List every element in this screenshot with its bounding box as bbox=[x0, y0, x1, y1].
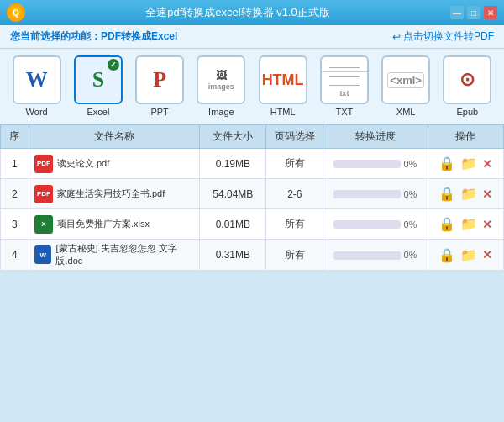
txt-lines1: ———— bbox=[322, 63, 367, 72]
epub-icon: ⊙ bbox=[459, 69, 475, 91]
html-text: HTML bbox=[262, 71, 304, 89]
filename-cell-inner: W[蒙古秘史].失吉忽忽怎忽.文字版.doc bbox=[34, 242, 194, 267]
progress-text: 0% bbox=[403, 219, 417, 229]
cell-size: 0.01MB bbox=[200, 209, 266, 240]
table-row: 4W[蒙古秘史].失吉忽忽怎忽.文字版.doc0.31MB所有0% 🔒 📁 ✕ bbox=[1, 240, 504, 271]
format-image[interactable]: 🖼 images Image bbox=[193, 55, 249, 117]
txt-lines2: ———— bbox=[322, 72, 367, 81]
minimize-button[interactable]: — bbox=[450, 6, 464, 19]
format-bar: W Word S ✓ Excel P PPT 🖼 images Image HT… bbox=[0, 49, 504, 124]
file-action-remove[interactable]: ✕ bbox=[482, 218, 492, 231]
active-checkmark: ✓ bbox=[108, 59, 119, 71]
subheader: 您当前选择的功能：PDF转换成Excel ↩ 点击切换文件转PDF bbox=[0, 25, 504, 49]
progress-text: 0% bbox=[403, 189, 417, 199]
action-buttons: 🔒 📁 ✕ bbox=[433, 247, 498, 263]
txt-lines3: ———— bbox=[322, 81, 367, 89]
excel-letter: S bbox=[92, 67, 104, 92]
format-xml-label: XML bbox=[396, 107, 416, 117]
ppt-letter: P bbox=[153, 67, 166, 92]
file-table-wrapper: 序 文件名称 文件大小 页码选择 转换进度 操作 1PDF读史论文.pdf0.1… bbox=[0, 124, 504, 422]
format-html-label: HTML bbox=[270, 107, 296, 117]
titlebar: Q 全速pdf转换成excel转换器 v1.0正式版 — □ ✕ bbox=[0, 0, 504, 25]
switch-link[interactable]: ↩ 点击切换文件转PDF bbox=[392, 29, 494, 44]
col-filename: 文件名称 bbox=[29, 125, 199, 149]
col-seq: 序 bbox=[1, 125, 29, 149]
app-title: 全速pdf转换成excel转换器 v1.0正式版 bbox=[25, 5, 450, 20]
filename-text: 读史论文.pdf bbox=[57, 157, 109, 170]
filename-text: [蒙古秘史].失吉忽忽怎忽.文字版.doc bbox=[55, 242, 194, 267]
format-epub[interactable]: ⊙ Epub bbox=[439, 55, 496, 117]
main-content: 序 文件名称 文件大小 页码选择 转换进度 操作 1PDF读史论文.pdf0.1… bbox=[0, 124, 504, 422]
table-row: 3X项目免费推广方案.xlsx0.01MB所有0% 🔒 📁 ✕ bbox=[1, 209, 504, 240]
file-action-folder[interactable]: 📁 bbox=[460, 186, 477, 202]
cell-size: 54.04MB bbox=[200, 179, 266, 209]
switch-link-text: 点击切换文件转PDF bbox=[403, 29, 494, 44]
file-type-icon: PDF bbox=[34, 155, 53, 173]
progress-text: 0% bbox=[403, 159, 417, 169]
col-pages: 页码选择 bbox=[266, 125, 323, 149]
format-excel-label: Excel bbox=[87, 107, 109, 117]
file-table: 序 文件名称 文件大小 页码选择 转换进度 操作 1PDF读史论文.pdf0.1… bbox=[0, 124, 504, 271]
table-header-row: 序 文件名称 文件大小 页码选择 转换进度 操作 bbox=[1, 125, 504, 149]
cell-progress: 0% bbox=[323, 179, 428, 209]
file-action-folder[interactable]: 📁 bbox=[460, 247, 477, 263]
file-type-icon: W bbox=[34, 245, 52, 264]
cell-progress: 0% bbox=[323, 240, 428, 271]
col-size: 文件大小 bbox=[200, 125, 266, 149]
format-xml[interactable]: <xml> XML bbox=[378, 55, 434, 117]
format-txt-label: TXT bbox=[335, 107, 353, 117]
cell-pages: 2-6 bbox=[266, 179, 323, 209]
progress-bar bbox=[333, 160, 401, 168]
cell-progress: 0% bbox=[323, 149, 428, 179]
file-action-lock[interactable]: 🔒 bbox=[438, 247, 455, 263]
cell-pages: 所有 bbox=[266, 209, 323, 240]
file-action-remove[interactable]: ✕ bbox=[482, 187, 492, 201]
function-prefix: 您当前选择的功能： bbox=[10, 30, 101, 42]
image-subtext: images bbox=[208, 82, 234, 91]
cell-filename: W[蒙古秘史].失吉忽忽怎忽.文字版.doc bbox=[29, 240, 199, 271]
progress-bar bbox=[333, 220, 401, 229]
cell-filename: PDF家庭生活实用技巧全书.pdf bbox=[29, 179, 199, 209]
cell-filename: X项目免费推广方案.xlsx bbox=[29, 209, 199, 240]
cell-actions: 🔒 📁 ✕ bbox=[428, 240, 503, 271]
filename-cell-inner: X项目免费推广方案.xlsx bbox=[34, 215, 194, 234]
file-action-lock[interactable]: 🔒 bbox=[438, 156, 455, 171]
switch-arrow-icon: ↩ bbox=[392, 31, 401, 43]
table-row: 1PDF读史论文.pdf0.19MB所有0% 🔒 📁 ✕ bbox=[1, 149, 504, 179]
progress-bar bbox=[333, 251, 401, 260]
filename-cell-inner: PDF读史论文.pdf bbox=[34, 155, 194, 173]
format-ppt[interactable]: P PPT bbox=[132, 55, 188, 117]
col-actions: 操作 bbox=[428, 125, 503, 149]
file-action-folder[interactable]: 📁 bbox=[460, 156, 477, 171]
cell-size: 0.19MB bbox=[200, 149, 266, 179]
file-table-body: 1PDF读史论文.pdf0.19MB所有0% 🔒 📁 ✕ 2PDF家庭生活实用技… bbox=[1, 149, 504, 271]
cell-seq: 1 bbox=[1, 149, 29, 179]
file-type-icon: PDF bbox=[34, 185, 53, 203]
close-button[interactable]: ✕ bbox=[484, 6, 497, 19]
image-icon: 🖼 bbox=[216, 69, 227, 82]
format-excel[interactable]: S ✓ Excel bbox=[70, 55, 126, 117]
cell-actions: 🔒 📁 ✕ bbox=[428, 209, 503, 240]
cell-size: 0.31MB bbox=[200, 240, 266, 271]
col-progress: 转换进度 bbox=[323, 125, 428, 149]
maximize-button[interactable]: □ bbox=[467, 6, 480, 19]
cell-progress: 0% bbox=[323, 209, 428, 240]
format-image-label: Image bbox=[208, 107, 234, 117]
action-buttons: 🔒 📁 ✕ bbox=[433, 216, 498, 232]
format-word[interactable]: W Word bbox=[8, 55, 65, 117]
file-action-remove[interactable]: ✕ bbox=[482, 157, 492, 171]
file-action-lock[interactable]: 🔒 bbox=[438, 186, 455, 202]
file-action-folder[interactable]: 📁 bbox=[460, 216, 477, 232]
format-html[interactable]: HTML HTML bbox=[255, 55, 311, 117]
progress-bar bbox=[333, 190, 401, 198]
filename-text: 项目免费推广方案.xlsx bbox=[57, 218, 150, 230]
file-action-remove[interactable]: ✕ bbox=[482, 248, 492, 261]
cell-seq: 4 bbox=[1, 240, 29, 271]
file-action-lock[interactable]: 🔒 bbox=[438, 216, 455, 232]
cell-actions: 🔒 📁 ✕ bbox=[428, 149, 503, 179]
cell-seq: 2 bbox=[1, 179, 29, 209]
format-txt[interactable]: ———— ———— ———— txt TXT bbox=[316, 55, 372, 117]
filename-cell-inner: PDF家庭生活实用技巧全书.pdf bbox=[34, 185, 194, 203]
action-buttons: 🔒 📁 ✕ bbox=[433, 186, 498, 202]
filename-text: 家庭生活实用技巧全书.pdf bbox=[57, 187, 165, 200]
